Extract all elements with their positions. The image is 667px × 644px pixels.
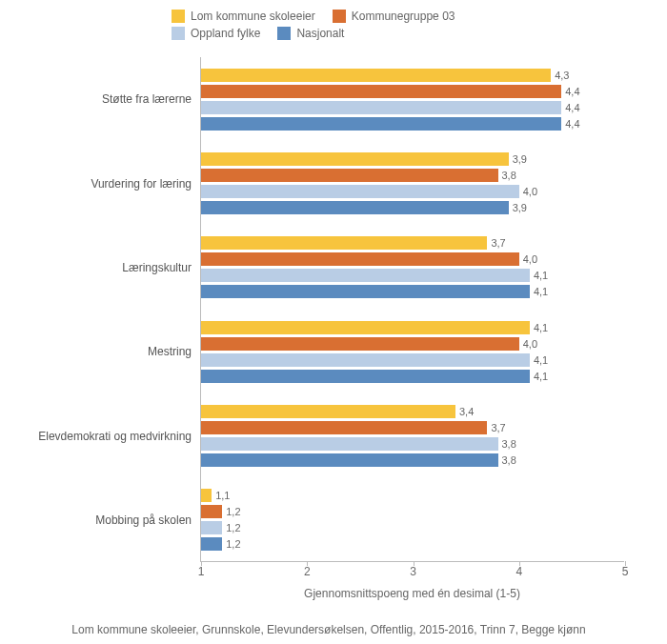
x-tick-label: 4 bbox=[515, 565, 522, 578]
legend-label: Oppland fylke bbox=[191, 27, 260, 40]
bar: 3,8 bbox=[201, 169, 498, 182]
bar: 1,2 bbox=[201, 537, 222, 551]
bar: 3,7 bbox=[201, 236, 487, 250]
bar-value-label: 4,1 bbox=[530, 286, 548, 297]
grouped-bar-chart: Lom kommune skoleeierKommunegruppe 03Opp… bbox=[0, 0, 667, 644]
bar-value-label: 3,8 bbox=[498, 454, 516, 466]
bar: 1,2 bbox=[201, 521, 222, 534]
bar-value-label: 1,2 bbox=[222, 538, 240, 550]
category-group: Elevdemokrati og medvirkning3,43,73,83,8 bbox=[201, 405, 624, 467]
bar-value-label: 3,4 bbox=[455, 406, 474, 417]
x-tick-label: 3 bbox=[410, 565, 416, 578]
category-group: Vurdering for læring3,93,84,03,9 bbox=[201, 152, 624, 214]
legend-swatch bbox=[172, 10, 185, 23]
bar: 4,3 bbox=[201, 69, 551, 82]
bar-value-label: 3,9 bbox=[509, 202, 527, 213]
category-group: Støtte fra lærerne4,34,44,44,4 bbox=[201, 69, 624, 131]
bar: 4,1 bbox=[201, 269, 530, 282]
bar: 4,0 bbox=[201, 252, 519, 266]
plot-area: 12345Støtte fra lærerne4,34,44,44,4Vurde… bbox=[200, 57, 624, 562]
category-label: Læringskultur bbox=[20, 261, 201, 274]
bar-value-label: 4,1 bbox=[530, 354, 548, 366]
bar-value-label: 3,8 bbox=[498, 170, 516, 181]
bar: 3,7 bbox=[201, 421, 487, 434]
bar: 3,9 bbox=[201, 152, 509, 166]
bar-value-label: 3,7 bbox=[487, 422, 505, 433]
bar: 4,0 bbox=[201, 185, 519, 198]
legend-swatch bbox=[333, 10, 346, 23]
legend-label: Nasjonalt bbox=[296, 27, 344, 40]
bar: 3,9 bbox=[201, 201, 509, 214]
bar-value-label: 4,0 bbox=[519, 338, 537, 350]
legend-item: Oppland fylke bbox=[172, 27, 260, 40]
bar: 4,1 bbox=[201, 370, 530, 383]
bar: 4,1 bbox=[201, 285, 530, 298]
bar-value-label: 4,1 bbox=[530, 322, 548, 333]
bar-value-label: 3,8 bbox=[498, 438, 516, 450]
legend-label: Lom kommune skoleeier bbox=[191, 10, 315, 23]
legend-item: Lom kommune skoleeier bbox=[172, 10, 315, 23]
bar: 4,4 bbox=[201, 85, 561, 98]
bar-value-label: 4,1 bbox=[530, 270, 548, 281]
bar-value-label: 4,3 bbox=[551, 70, 569, 81]
chart-caption: Lom kommune skoleeier, Grunnskole, Elevu… bbox=[10, 623, 648, 636]
legend-swatch bbox=[172, 27, 185, 40]
legend: Lom kommune skoleeierKommunegruppe 03Opp… bbox=[10, 10, 486, 40]
bar: 1,2 bbox=[201, 505, 222, 518]
category-group: Mobbing på skolen1,11,21,21,2 bbox=[201, 489, 624, 551]
bar: 4,1 bbox=[201, 321, 530, 334]
x-tick-label: 5 bbox=[622, 565, 629, 578]
legend-swatch bbox=[277, 27, 291, 40]
x-tick-label: 2 bbox=[304, 565, 311, 578]
bar: 4,4 bbox=[201, 101, 561, 114]
bar-value-label: 1,1 bbox=[212, 490, 230, 501]
bar-value-label: 1,2 bbox=[222, 522, 240, 533]
legend-label: Kommunegruppe 03 bbox=[352, 10, 455, 23]
category-group: Mestring4,14,04,14,1 bbox=[201, 321, 624, 383]
category-group: Læringskultur3,74,04,14,1 bbox=[201, 236, 624, 298]
bar-value-label: 4,0 bbox=[519, 186, 537, 197]
bar-value-label: 4,4 bbox=[561, 102, 579, 113]
bar-value-label: 4,4 bbox=[561, 118, 579, 130]
bar-value-label: 3,9 bbox=[509, 153, 527, 165]
bar: 3,8 bbox=[201, 453, 498, 467]
bar: 1,1 bbox=[201, 489, 212, 502]
x-tick-label: 1 bbox=[198, 565, 205, 578]
bar: 4,0 bbox=[201, 337, 519, 351]
bar-value-label: 1,2 bbox=[222, 506, 240, 517]
bar-value-label: 4,1 bbox=[530, 371, 548, 382]
legend-item: Nasjonalt bbox=[277, 27, 344, 40]
x-axis-label: Gjennomsnittspoeng med én desimal (1-5) bbox=[200, 587, 624, 600]
category-label: Mobbing på skolen bbox=[20, 513, 201, 527]
bar-value-label: 4,0 bbox=[519, 253, 537, 265]
category-label: Elevdemokrati og medvirkning bbox=[20, 430, 201, 443]
category-label: Støtte fra lærerne bbox=[20, 92, 201, 106]
bar: 4,4 bbox=[201, 117, 561, 131]
bar-value-label: 4,4 bbox=[561, 86, 579, 97]
legend-item: Kommunegruppe 03 bbox=[333, 10, 455, 23]
bar-value-label: 3,7 bbox=[487, 237, 505, 249]
bar: 3,8 bbox=[201, 437, 498, 451]
bar: 3,4 bbox=[201, 405, 455, 418]
category-label: Mestring bbox=[20, 345, 201, 358]
bar: 4,1 bbox=[201, 353, 530, 367]
category-label: Vurdering for læring bbox=[20, 177, 201, 191]
